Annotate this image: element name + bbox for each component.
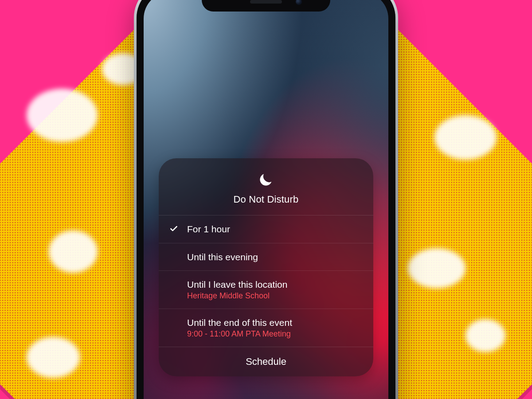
check-icon (169, 227, 178, 235)
dnd-title: Do Not Disturb (168, 194, 364, 205)
dnd-option-evening[interactable]: Until this evening (159, 243, 373, 271)
moon-icon (258, 172, 274, 189)
dnd-option-sublabel: 9:00 - 11:00 AM PTA Meeting (187, 329, 363, 339)
dnd-schedule-label: Schedule (246, 356, 286, 367)
dnd-option-1hour[interactable]: For 1 hour (159, 215, 373, 243)
phone-frame: Do Not Disturb For 1 hour Until this eve… (134, 0, 398, 399)
dnd-option-label: For 1 hour (187, 223, 363, 235)
dnd-panel-header: Do Not Disturb (159, 158, 373, 215)
dnd-option-sublabel: Heritage Middle School (187, 291, 363, 301)
dnd-panel: Do Not Disturb For 1 hour Until this eve… (159, 158, 373, 376)
dnd-option-label: Until this evening (187, 251, 363, 262)
dnd-option-label: Until I leave this location (187, 279, 363, 290)
phone-notch (202, 0, 330, 12)
front-camera (296, 0, 302, 5)
dnd-schedule-button[interactable]: Schedule (159, 347, 373, 376)
dnd-option-event[interactable]: Until the end of this event 9:00 - 11:00… (159, 309, 373, 347)
dnd-option-location[interactable]: Until I leave this location Heritage Mid… (159, 271, 373, 309)
phone-screen: Do Not Disturb For 1 hour Until this eve… (144, 0, 388, 399)
speaker-grille (250, 0, 282, 4)
dnd-option-label: Until the end of this event (187, 317, 363, 328)
